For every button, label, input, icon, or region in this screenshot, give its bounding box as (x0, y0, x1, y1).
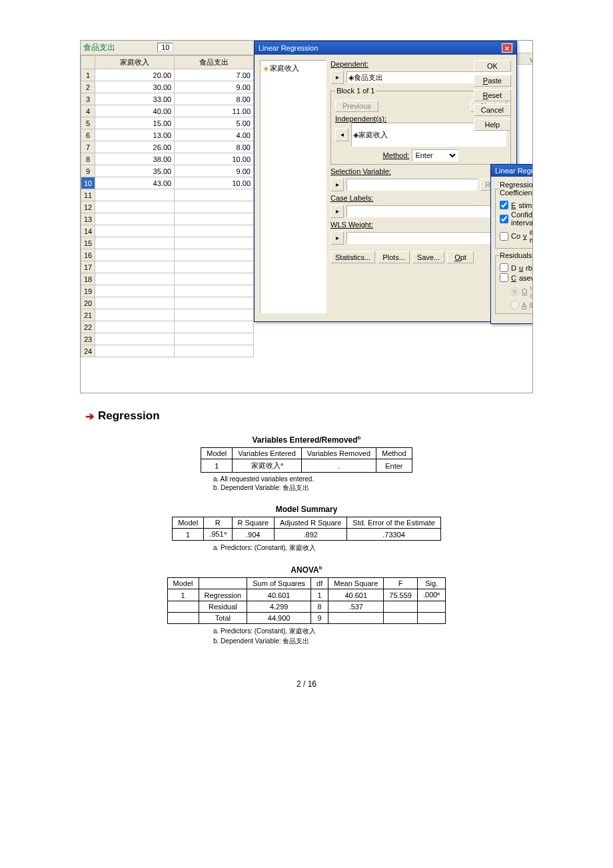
cell[interactable] (95, 285, 175, 297)
save-button[interactable]: Save... (412, 251, 444, 263)
cell[interactable] (175, 237, 254, 249)
row-header[interactable]: 3 (81, 93, 95, 105)
cell[interactable] (95, 261, 175, 273)
cell[interactable]: 4.00 (175, 129, 254, 141)
cell[interactable]: 10.00 (175, 177, 254, 189)
covariance-check[interactable]: Covariance matrix (500, 228, 533, 244)
estimates-check[interactable]: Estimates (500, 201, 533, 209)
row-header[interactable]: 16 (81, 249, 95, 261)
cell[interactable]: 35.00 (95, 165, 175, 177)
cell[interactable] (175, 321, 254, 333)
case-num-input[interactable] (157, 43, 173, 52)
plots-button[interactable]: Plots... (378, 251, 410, 263)
cell[interactable] (175, 201, 254, 213)
cell[interactable] (175, 249, 254, 261)
method-select[interactable]: Enter (412, 149, 458, 161)
cell[interactable]: 38.00 (95, 153, 175, 165)
cell[interactable]: 5.00 (175, 117, 254, 129)
cell[interactable] (175, 345, 254, 357)
row-header[interactable]: 18 (81, 273, 95, 285)
move-case-button[interactable]: ▸ (330, 205, 344, 218)
cell[interactable]: 20.00 (95, 69, 175, 81)
row-header[interactable]: 17 (81, 261, 95, 273)
move-dependent-button[interactable]: ▸ (330, 71, 344, 84)
row-header[interactable]: 23 (81, 333, 95, 345)
row-header[interactable]: 20 (81, 297, 95, 309)
row-header[interactable]: 14 (81, 225, 95, 237)
cell[interactable]: 7.00 (175, 69, 254, 81)
cell[interactable]: 40.00 (95, 105, 175, 117)
cell[interactable] (175, 225, 254, 237)
cell[interactable] (95, 309, 175, 321)
row-header[interactable]: 22 (81, 321, 95, 333)
row-header[interactable]: 7 (81, 141, 95, 153)
options-button[interactable]: Opt (447, 251, 474, 263)
row-header[interactable]: 5 (81, 117, 95, 129)
cell[interactable]: 30.00 (95, 81, 175, 93)
reset-button[interactable]: Reset (474, 89, 511, 101)
row-header[interactable]: 4 (81, 105, 95, 117)
cell[interactable]: 8.00 (175, 93, 254, 105)
cell[interactable] (175, 333, 254, 345)
cell[interactable] (175, 273, 254, 285)
move-independent-button[interactable]: ◂ (335, 128, 348, 141)
dialog-titlebar[interactable]: Linear Regression ✕ (255, 41, 516, 55)
cell[interactable] (95, 345, 175, 357)
cell[interactable] (95, 201, 175, 213)
wls-field[interactable] (346, 232, 511, 244)
cell[interactable]: 26.00 (95, 141, 175, 153)
cell[interactable] (175, 189, 254, 201)
row-header[interactable]: 6 (81, 129, 95, 141)
confidence-check[interactable]: Confidence intervals (500, 211, 533, 227)
col-header-1[interactable]: 家庭收入 (95, 56, 175, 69)
cell[interactable]: 43.00 (95, 177, 175, 189)
source-var-list[interactable]: ◈家庭收入 (260, 60, 326, 313)
row-header[interactable]: 10 (81, 177, 95, 189)
cell[interactable] (175, 213, 254, 225)
cell[interactable] (95, 237, 175, 249)
cell[interactable] (95, 297, 175, 309)
cell[interactable]: 9.00 (175, 165, 254, 177)
cell[interactable] (95, 213, 175, 225)
col-header-2[interactable]: 食品支出 (175, 56, 254, 69)
cell[interactable]: 15.00 (95, 117, 175, 129)
row-header[interactable]: 12 (81, 201, 95, 213)
durbin-check[interactable]: Durbin-Watson (500, 263, 533, 272)
case-field[interactable] (346, 205, 511, 217)
row-header[interactable]: 8 (81, 153, 95, 165)
previous-button[interactable]: Previous (335, 100, 378, 112)
cell[interactable] (95, 249, 175, 261)
row-header[interactable]: 21 (81, 309, 95, 321)
cell[interactable]: 13.00 (95, 129, 175, 141)
cell[interactable]: 9.00 (175, 81, 254, 93)
move-wls-button[interactable]: ▸ (330, 231, 344, 245)
stats-titlebar[interactable]: Linear Regression: Statistics (491, 165, 533, 177)
statistics-button[interactable]: Statistics... (330, 251, 375, 263)
ok-button[interactable]: OK (474, 60, 511, 72)
cell[interactable]: 8.00 (175, 141, 254, 153)
row-header[interactable]: 19 (81, 285, 95, 297)
move-selvar-button[interactable]: ▸ (330, 178, 344, 191)
cancel-button[interactable]: Cancel (474, 104, 511, 116)
paste-button[interactable]: Paste (474, 75, 511, 87)
close-icon[interactable]: ✕ (502, 43, 512, 53)
cell[interactable] (95, 225, 175, 237)
row-header[interactable]: 2 (81, 81, 95, 93)
cell[interactable]: 33.00 (95, 93, 175, 105)
row-header[interactable]: 24 (81, 345, 95, 357)
casewise-check[interactable]: Casewise diagnostics (500, 273, 533, 282)
row-header[interactable]: 1 (81, 69, 95, 81)
selvar-field[interactable] (346, 179, 478, 191)
cell[interactable] (95, 321, 175, 333)
cell[interactable]: 10.00 (175, 153, 254, 165)
help-button[interactable]: Help (474, 119, 511, 131)
row-header[interactable]: 13 (81, 213, 95, 225)
cell[interactable]: 11.00 (175, 105, 254, 117)
cell[interactable] (95, 189, 175, 201)
cell[interactable] (175, 261, 254, 273)
row-header[interactable]: 11 (81, 189, 95, 201)
row-header[interactable]: 15 (81, 237, 95, 249)
cell[interactable] (95, 333, 175, 345)
cell[interactable] (95, 273, 175, 285)
cell[interactable] (175, 285, 254, 297)
